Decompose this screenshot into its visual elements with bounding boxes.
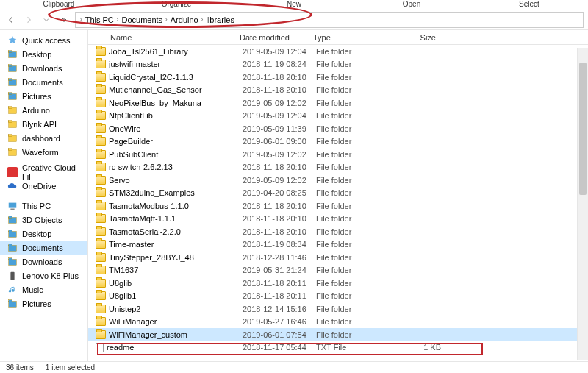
sidebar-item-onedrive[interactable]: OneDrive [0, 179, 87, 193]
svg-rect-16 [7, 167, 18, 177]
sidebar-item-downloads[interactable]: Downloads [0, 255, 87, 269]
sidebar-item-quick-access[interactable]: Quick access [0, 33, 87, 47]
header-type[interactable]: Type [309, 33, 375, 42]
file-row[interactable]: WiFiManager2019-05-27 16:46File folder [88, 316, 588, 329]
sidebar-item-dashboard[interactable]: dashboard [0, 131, 87, 145]
file-type: File folder [316, 227, 382, 236]
file-name: TM1637 [109, 266, 138, 274]
file-row[interactable]: Time-master2018-11-19 08:34File folder [88, 238, 588, 252]
file-row[interactable]: justwifi-master2018-11-19 08:24File fold… [88, 58, 588, 71]
file-row[interactable]: Unistep22018-12-14 15:16File folder [88, 302, 588, 316]
sidebar-item-pictures[interactable]: Pictures [0, 89, 87, 103]
file-name: TasmotaMqtt-1.1.1 [109, 214, 176, 223]
forward-button[interactable] [22, 13, 35, 26]
sidebar-item-music[interactable]: Music [0, 283, 87, 296]
file-row[interactable]: STM32duino_Examples2019-04-20 08:25File … [88, 187, 588, 200]
svg-rect-17 [9, 202, 17, 207]
status-bar: 36 items 1 item selected [0, 361, 588, 373]
music-icon [7, 285, 18, 295]
folder-icon [7, 133, 18, 143]
header-date[interactable]: Date modified [235, 33, 309, 42]
breadcrumb-segment[interactable]: ›Documents [117, 15, 162, 24]
sidebar-item-desktop[interactable]: Desktop [0, 47, 87, 61]
folder-icon [96, 317, 106, 326]
file-date: 2019-05-09 11:39 [243, 124, 316, 133]
up-button[interactable] [57, 13, 71, 26]
sidebar-item-arduino[interactable]: Arduino [0, 103, 87, 117]
breadcrumb-segment[interactable]: ›This PC [80, 15, 114, 24]
sidebar-item-label: Pictures [22, 92, 51, 101]
breadcrumb-segment[interactable]: ›Arduino [165, 15, 198, 24]
ribbon-group: Clipboard [0, 0, 118, 10]
file-date: 2018-11-19 08:24 [243, 60, 316, 68]
svg-rect-29 [9, 299, 12, 302]
file-row[interactable]: OneWire2019-05-09 11:39File folder [88, 122, 588, 135]
sidebar-item-blynk-api[interactable]: Blynk API [0, 117, 87, 131]
sidebar-item-documents[interactable]: Documents [0, 241, 87, 255]
file-row[interactable]: WiFiManager_custom2019-06-01 07:54File f… [88, 328, 588, 341]
folder-icon [96, 124, 106, 133]
download-icon [7, 257, 18, 267]
file-row[interactable]: Mutichannel_Gas_Sensor2018-11-18 20:10Fi… [88, 84, 588, 97]
file-date: 2018-11-18 20:10 [243, 163, 316, 171]
file-date: 2019-05-09 12:02 [243, 99, 316, 107]
file-row[interactable]: PageBuilder2019-06-01 09:00File folder [88, 135, 588, 149]
file-name: justwifi-master [109, 60, 160, 68]
sidebar-item-label: Quick access [22, 36, 70, 45]
folder-icon [96, 227, 106, 236]
sidebar-item-pictures[interactable]: Pictures [0, 296, 87, 310]
svg-rect-19 [9, 217, 17, 223]
sidebar-item-3d-objects[interactable]: 3D Objects [0, 213, 87, 227]
back-button[interactable] [4, 13, 18, 26]
file-row[interactable]: TasmotaMqtt-1.1.12018-11-18 20:10File fo… [88, 213, 588, 226]
file-row[interactable]: Joba_Tsl2561_Library2019-05-09 12:04File… [88, 45, 588, 58]
sidebar-item-this-pc[interactable]: This PC [0, 199, 87, 213]
file-name: WiFiManager [109, 317, 157, 326]
sidebar-item-waveform[interactable]: Waveform [0, 145, 87, 159]
file-row[interactable]: readme2018-11-17 05:44TXT File1 KB [88, 341, 588, 355]
svg-rect-7 [9, 92, 12, 94]
svg-rect-9 [9, 106, 12, 108]
file-type: File folder [316, 214, 382, 223]
folder-icon [96, 60, 106, 68]
file-row[interactable]: PubSubClient2019-05-09 12:02File folder [88, 148, 588, 161]
vertical-scrollbar[interactable] [577, 48, 588, 360]
file-row[interactable]: rc-switch-2.6.2.132018-11-18 20:10File f… [88, 161, 588, 174]
file-row[interactable]: NtpClientLib2019-05-09 12:04File folder [88, 110, 588, 123]
file-date: 2019-05-27 16:46 [243, 317, 316, 326]
file-type: File folder [316, 253, 382, 262]
sidebar-item-downloads[interactable]: Downloads [0, 61, 87, 75]
sidebar-item-desktop[interactable]: Desktop [0, 227, 87, 241]
header-size[interactable]: Size [375, 33, 441, 42]
sidebar-item-lenovo-k8-plus[interactable]: Lenovo K8 Plus [0, 269, 87, 283]
file-row[interactable]: TasmotaModbus-1.1.02018-11-18 20:10File … [88, 199, 588, 213]
pc-icon [7, 201, 18, 211]
recent-locations-button[interactable] [40, 13, 53, 26]
sidebar-item-documents[interactable]: Documents [0, 75, 87, 89]
file-row[interactable]: TasmotaSerial-2.2.02018-11-18 20:10File … [88, 225, 588, 238]
scrollbar-thumb[interactable] [579, 63, 587, 195]
breadcrumb[interactable]: ›This PC ›Documents ›Arduino ›libraries [75, 12, 584, 28]
file-row[interactable]: U8glib2018-11-18 20:11File folder [88, 277, 588, 290]
ribbon-group: Open [353, 0, 470, 10]
file-row[interactable]: U8glib12018-11-18 20:11File folder [88, 290, 588, 303]
header-name[interactable]: Name [88, 33, 235, 42]
file-row[interactable]: NeoPixelBus_by_Makuna2019-05-09 12:02Fil… [88, 96, 588, 110]
file-name: NtpClientLib [109, 111, 153, 120]
file-date: 2019-05-09 12:04 [243, 47, 316, 56]
phone-icon [7, 271, 18, 281]
folder-icon [96, 73, 106, 82]
file-name: PageBuilder [109, 137, 153, 146]
svg-rect-13 [9, 134, 12, 136]
sidebar-item-creative-cloud-fil[interactable]: Creative Cloud Fil [0, 165, 87, 179]
file-name: NeoPixelBus_by_Makuna [109, 99, 201, 107]
file-row[interactable]: TM16372019-05-31 21:24File folder [88, 264, 588, 277]
breadcrumb-segment[interactable]: ›libraries [201, 15, 234, 24]
file-row[interactable]: Servo2019-05-09 12:02File folder [88, 174, 588, 187]
file-row[interactable]: TinyStepper_28BYJ_482018-12-28 11:46File… [88, 251, 588, 264]
column-headers[interactable]: Name Date modified Type Size [88, 30, 588, 45]
svg-rect-28 [9, 301, 17, 307]
file-name: TinyStepper_28BYJ_48 [109, 253, 194, 262]
file-list: Name Date modified Type Size Joba_Tsl256… [88, 30, 588, 361]
file-row[interactable]: LiquidCrystal_I2C-1.1.32018-11-18 20:10F… [88, 71, 588, 84]
